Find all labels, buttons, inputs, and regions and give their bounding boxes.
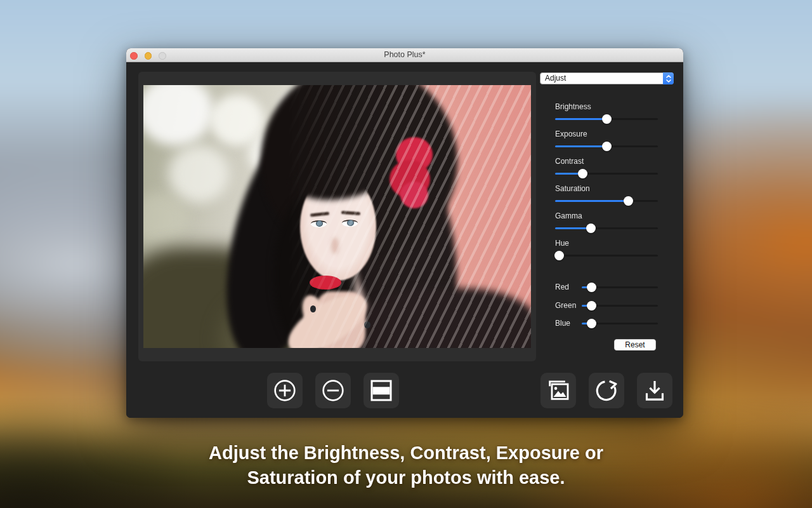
slider-label: Brightness [555,102,658,112]
slider-label: Blue [555,319,582,328]
zoom-out-button[interactable] [315,373,351,408]
slider-label: Red [555,283,582,291]
marketing-caption: Adjust the Brightness, Contrast, Exposur… [0,441,812,490]
slider-thumb[interactable] [578,169,587,178]
caption-line-1: Adjust the Brightness, Contrast, Exposur… [0,441,812,465]
adjust-dropdown[interactable]: Adjust [540,72,674,84]
rotate-icon [594,378,619,403]
slider-label: Green [555,301,582,310]
slider-group-blue: Blue [555,318,658,328]
desktop: Photo Plus* [0,0,812,508]
slider-thumb[interactable] [624,196,633,206]
slider-label: Saturation [555,184,658,194]
slider-fill [555,227,591,229]
slider-group-gamma: Gamma [555,211,658,233]
letterbox-button[interactable] [363,373,399,408]
reset-button[interactable]: Reset [614,339,656,351]
slider-group-contrast: Contrast [555,157,658,178]
slider-label: Contrast [555,157,658,166]
titlebar[interactable]: Photo Plus* [126,48,683,62]
slider-label: Exposure [555,130,658,139]
red-slider[interactable] [582,283,658,292]
slider-fill [555,200,628,202]
light-rays-overlay [289,85,531,348]
slider-group-brightness: Brightness [555,102,658,124]
slider-track[interactable] [555,255,658,257]
slider-thumb[interactable] [586,224,596,233]
slider-thumb[interactable] [587,283,596,292]
slider-fill [555,145,606,147]
slider-thumb[interactable] [587,301,596,311]
slider-label: Gamma [555,211,658,221]
adjust-dropdown-value: Adjust [545,73,566,84]
gallery-button[interactable] [540,373,576,408]
letterbox-icon [369,378,394,403]
window-content: Adjust Brightness Exposure Contrast [126,62,683,418]
slider-thumb[interactable] [602,114,612,124]
slider-thumb[interactable] [602,142,612,151]
blue-slider[interactable] [582,319,658,328]
photo-canvas-panel [138,72,536,361]
gallery-icon [546,378,571,403]
bokeh-highlight [169,145,229,203]
zoom-out-icon [320,378,346,403]
brightness-slider[interactable] [555,114,658,124]
download-icon [642,378,667,403]
rotate-button[interactable] [589,373,624,408]
zoom-in-icon [272,378,298,403]
caption-line-2: Saturation of your photos with ease. [0,465,812,490]
bokeh-highlight [143,85,213,145]
slider-group-exposure: Exposure [555,130,658,151]
slider-thumb[interactable] [587,319,596,328]
green-slider[interactable] [582,301,658,311]
app-window: Photo Plus* [126,48,683,418]
slider-group-hue: Hue [555,239,658,260]
slider-fill [555,118,606,120]
bokeh-highlight [143,193,188,244]
gamma-slider[interactable] [555,224,658,233]
dropdown-stepper-icon [663,72,674,84]
photo-preview [143,85,531,348]
contrast-slider[interactable] [555,169,658,178]
zoom-in-button[interactable] [267,373,303,408]
hue-slider[interactable] [555,251,658,260]
slider-group-green: Green [555,300,658,311]
exposure-slider[interactable] [555,142,658,151]
download-button[interactable] [637,373,672,408]
saturation-slider[interactable] [555,196,658,206]
window-title: Photo Plus* [126,48,683,62]
slider-label: Hue [555,239,658,248]
slider-group-saturation: Saturation [555,184,658,206]
slider-group-red: Red [555,282,658,292]
slider-thumb[interactable] [554,251,564,260]
